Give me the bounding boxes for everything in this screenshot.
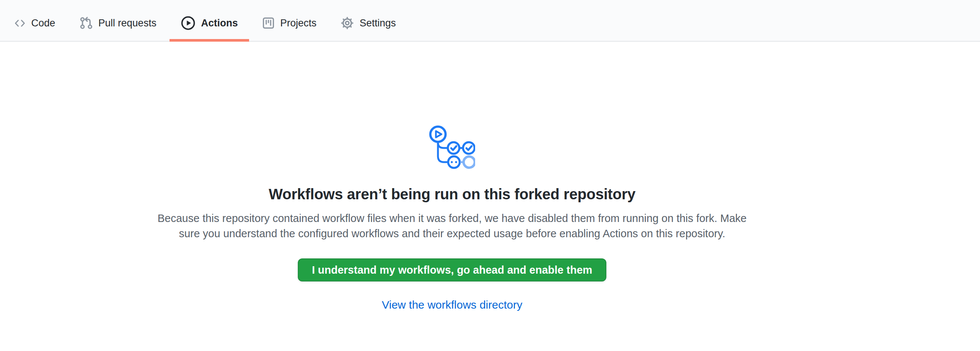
play-icon bbox=[181, 16, 196, 30]
actions-disabled-empty-state: Workflows aren’t being run on this forke… bbox=[0, 42, 980, 312]
tab-label: Actions bbox=[201, 18, 238, 28]
active-tab-underline bbox=[170, 39, 249, 42]
empty-state-description: Because this repository contained workfl… bbox=[158, 211, 747, 241]
workflow-graph-icon bbox=[429, 125, 475, 169]
enable-workflows-button[interactable]: I understand my workflows, go ahead and … bbox=[298, 259, 606, 281]
description-line-2: sure you understand the configured workf… bbox=[179, 227, 725, 240]
code-icon bbox=[14, 17, 25, 29]
tab-label: Projects bbox=[280, 18, 317, 28]
tab-code[interactable]: Code bbox=[3, 0, 67, 41]
tab-pull-requests[interactable]: Pull requests bbox=[68, 0, 168, 41]
empty-state-title: Workflows aren’t being run on this forke… bbox=[269, 185, 636, 203]
tab-label: Settings bbox=[360, 18, 396, 28]
git-pull-request-icon bbox=[80, 16, 93, 30]
tab-actions[interactable]: Actions bbox=[170, 0, 249, 41]
description-line-1: Because this repository contained workfl… bbox=[158, 212, 747, 224]
tab-settings[interactable]: Settings bbox=[329, 0, 407, 41]
tab-projects[interactable]: Projects bbox=[251, 0, 328, 41]
tab-label: Code bbox=[31, 18, 56, 28]
view-workflows-directory-link[interactable]: View the workflows directory bbox=[382, 298, 522, 312]
repo-tab-nav: Code Pull requests Actions bbox=[0, 0, 980, 42]
project-icon bbox=[262, 17, 275, 29]
tab-label: Pull requests bbox=[99, 18, 156, 28]
gear-icon bbox=[340, 16, 354, 30]
